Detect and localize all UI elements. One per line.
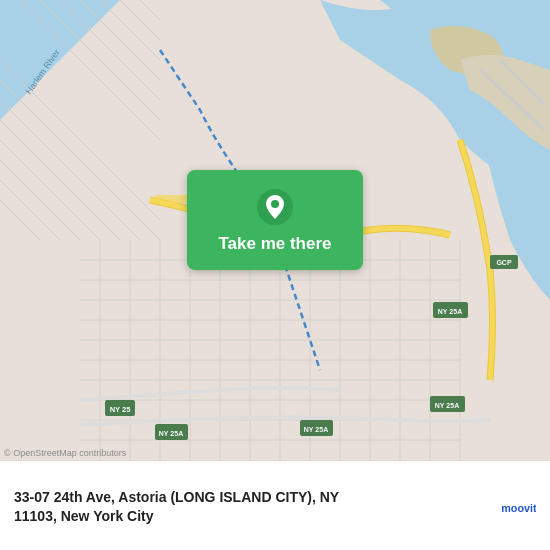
address-line1: 33-07 24th Ave, Astoria (LONG ISLAND CIT… bbox=[14, 488, 488, 506]
location-pin-icon bbox=[256, 188, 294, 226]
svg-text:NY 25A: NY 25A bbox=[435, 402, 459, 409]
svg-text:NY 25: NY 25 bbox=[110, 405, 131, 414]
svg-text:NY 25A: NY 25A bbox=[304, 426, 328, 433]
take-me-there-button[interactable]: Take me there bbox=[187, 170, 363, 270]
address-block: 33-07 24th Ave, Astoria (LONG ISLAND CIT… bbox=[14, 488, 488, 524]
svg-point-59 bbox=[271, 200, 279, 208]
moovit-logo: moovit bbox=[500, 489, 536, 525]
app: Harlem River bbox=[0, 0, 550, 550]
info-bar: 33-07 24th Ave, Astoria (LONG ISLAND CIT… bbox=[0, 460, 550, 550]
moovit-logo-svg: moovit bbox=[500, 489, 536, 525]
svg-text:NY 25A: NY 25A bbox=[438, 308, 462, 315]
svg-text:© OpenStreetMap contributors: © OpenStreetMap contributors bbox=[4, 448, 127, 458]
svg-text:GCP: GCP bbox=[496, 259, 512, 266]
take-me-there-label: Take me there bbox=[218, 234, 331, 254]
address-line2: 11103, New York City bbox=[14, 507, 488, 525]
svg-text:moovit: moovit bbox=[501, 501, 536, 513]
map-container: Harlem River bbox=[0, 0, 550, 460]
svg-text:NY 25A: NY 25A bbox=[159, 430, 183, 437]
